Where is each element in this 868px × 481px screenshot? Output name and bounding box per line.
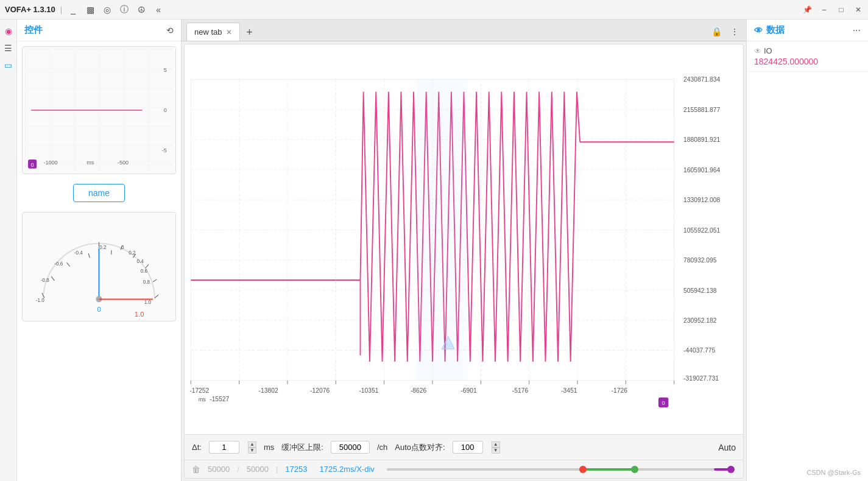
slider-sep1: / <box>237 465 239 474</box>
buffer-input[interactable] <box>331 441 370 454</box>
auto-points-down[interactable]: ▼ <box>492 448 500 454</box>
thumb-purple[interactable] <box>727 466 735 473</box>
eye-icon: 👁 <box>754 26 763 35</box>
svg-text:1.0: 1.0 <box>144 300 152 305</box>
svg-text:-5176: -5176 <box>512 387 529 394</box>
auto-points-up[interactable]: ▲ <box>492 441 500 448</box>
io-label: IO <box>764 46 772 55</box>
per-ch-label: /ch <box>377 443 387 452</box>
toolbar-layers-icon[interactable]: ☰ <box>2 41 15 55</box>
tab-new[interactable]: new tab ✕ <box>186 23 240 41</box>
minimize-button[interactable]: – <box>819 5 829 15</box>
app-name: VOFA+ 1.3.10 <box>5 5 55 14</box>
svg-text:-8626: -8626 <box>411 387 427 394</box>
right-panel-title: 👁 数据 <box>754 24 785 36</box>
auto-points-spinner: ▲ ▼ <box>492 441 500 454</box>
delta-t-down[interactable]: ▼ <box>248 448 256 454</box>
svg-text:1055922.051: 1055922.051 <box>683 227 720 234</box>
titlebar: VOFA+ 1.3.10 | ⎯ ▩ ◎ ⓘ ☮ « 📌 – □ ✕ <box>0 0 868 19</box>
maximize-button[interactable]: □ <box>836 5 846 15</box>
svg-text:-17252: -17252 <box>189 387 209 394</box>
more-icon[interactable]: ⋮ <box>728 25 741 38</box>
svg-text:230952.182: 230952.182 <box>683 317 717 324</box>
tool-icon-1[interactable]: ⎯ <box>67 4 79 16</box>
left-toolbar: ◉ ☰ ▭ <box>0 19 17 481</box>
titlebar-left: VOFA+ 1.3.10 | ⎯ ▩ ◎ ⓘ ☮ « <box>5 4 164 16</box>
chart-svg: 2430871.834 2155881.877 1880891.921 1605… <box>185 44 743 434</box>
toolbar-record-icon[interactable]: ◉ <box>2 24 15 38</box>
svg-text:-5: -5 <box>162 147 167 153</box>
svg-text:-1.0: -1.0 <box>36 298 44 303</box>
lock-icon[interactable]: 🔒 <box>710 25 723 38</box>
svg-text:1330912.008: 1330912.008 <box>683 197 720 203</box>
auto-points-label: Auto点数对齐: <box>395 442 445 453</box>
tool-icon-5[interactable]: ☮ <box>135 4 147 16</box>
left-panel: 控件 ⟲ 5 0 -5 -1000 <box>17 19 182 481</box>
center-area: new tab ✕ + 🔒 ⋮ <box>182 19 746 481</box>
titlebar-right: 📌 – □ ✕ <box>802 5 863 15</box>
slider-value1: 50000 <box>208 465 230 474</box>
svg-text:-44037.775: -44037.775 <box>683 347 715 354</box>
auto-points-input[interactable] <box>453 441 483 454</box>
main: ◉ ☰ ▭ 控件 ⟲ 5 0 -5 <box>0 19 868 481</box>
svg-text:-15527: -15527 <box>210 396 229 402</box>
svg-text:0: 0 <box>662 400 665 406</box>
toolbar-pages-icon[interactable]: ▭ <box>2 58 15 72</box>
slider-track[interactable] <box>387 468 731 471</box>
refresh-icon[interactable]: ⟲ <box>166 26 174 35</box>
svg-text:1880891.921: 1880891.921 <box>683 136 720 143</box>
slider-pipe: | <box>276 465 278 474</box>
tool-icon-3[interactable]: ◎ <box>101 4 113 16</box>
right-panel-title-text: 数据 <box>766 24 785 36</box>
right-panel-header: 👁 数据 ··· <box>747 19 868 41</box>
svg-text:-1726: -1726 <box>612 387 628 394</box>
thumb-red[interactable] <box>579 466 587 473</box>
tab-actions: 🔒 ⋮ <box>710 25 741 41</box>
auto-label: Auto <box>718 443 736 452</box>
watermark: CSDN @Stark-Gs <box>806 469 861 476</box>
svg-text:5: 5 <box>164 67 167 73</box>
pin-button[interactable]: 📌 <box>802 5 812 15</box>
tool-icon-6[interactable]: « <box>152 4 164 16</box>
svg-text:ms: ms <box>199 396 206 402</box>
right-panel-more-button[interactable]: ··· <box>853 25 861 36</box>
svg-text:-319027.731: -319027.731 <box>683 375 719 382</box>
svg-text:0: 0 <box>164 107 167 113</box>
svg-text:-0.8: -0.8 <box>41 278 49 283</box>
ms-label: ms <box>264 443 274 452</box>
svg-text:780932.095: 780932.095 <box>683 257 717 264</box>
tab-label: new tab <box>194 27 222 37</box>
svg-text:-0.6: -0.6 <box>54 261 63 267</box>
svg-text:1.0: 1.0 <box>135 311 144 318</box>
tab-add-button[interactable]: + <box>242 25 257 40</box>
name-button[interactable]: name <box>73 184 125 202</box>
tab-bar: new tab ✕ + 🔒 ⋮ <box>182 19 746 41</box>
slider-value3: 17253 <box>285 465 307 474</box>
svg-text:2430871.834: 2430871.834 <box>683 76 720 83</box>
right-panel: 👁 数据 ··· 👁 IO 1824425.000000 CSDN @Stark… <box>746 19 868 481</box>
delta-t-label: Δt: <box>192 443 202 452</box>
delta-t-up[interactable]: ▲ <box>248 441 256 448</box>
delta-t-spinner: ▲ ▼ <box>248 441 256 454</box>
mini-chart-svg: 5 0 -5 -1000 ms -500 0 <box>25 49 173 171</box>
thumb-green[interactable] <box>631 466 638 473</box>
svg-text:505942.138: 505942.138 <box>683 287 717 294</box>
io-value: 1824425.000000 <box>754 57 861 66</box>
trash-icon[interactable]: 🗑 <box>192 465 200 474</box>
title-separator: | <box>60 5 62 14</box>
close-button[interactable]: ✕ <box>853 5 863 15</box>
buffer-label: 缓冲区上限: <box>281 442 323 453</box>
chart-wrapper: 2430871.834 2155881.877 1880891.921 1605… <box>184 44 744 479</box>
svg-text:-13802: -13802 <box>259 387 278 394</box>
delta-t-input[interactable] <box>209 441 239 454</box>
svg-text:2155881.877: 2155881.877 <box>683 107 720 113</box>
svg-text:1605901.964: 1605901.964 <box>683 167 720 174</box>
svg-text:0.8: 0.8 <box>143 279 150 285</box>
tool-icon-2[interactable]: ▩ <box>84 4 96 16</box>
left-panel-header: 控件 ⟲ <box>17 19 181 41</box>
tool-icon-4[interactable]: ⓘ <box>118 4 130 16</box>
gauge: -1.0 -0.8 -0.6 -0.4 -0.2 <box>22 212 176 321</box>
svg-text:-3451: -3451 <box>561 387 577 394</box>
data-item-io: 👁 IO 1824425.000000 <box>747 41 868 72</box>
tab-close-icon[interactable]: ✕ <box>226 28 232 37</box>
